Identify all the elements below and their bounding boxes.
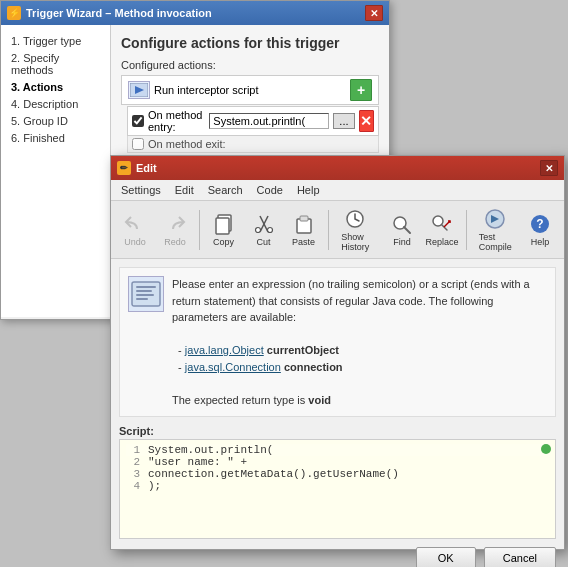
line-content-3: connection.getMetaData().getUserName()	[148, 468, 399, 480]
script-line-2[interactable]: 2 "user name: " +	[126, 456, 549, 468]
run-interceptor-icon	[128, 81, 150, 99]
param2-rest: connection	[281, 361, 343, 373]
show-history-button[interactable]: Show History	[334, 204, 380, 255]
java-sql-connection-link[interactable]: java.sql.Connection	[185, 361, 281, 373]
script-editor[interactable]: 1 System.out.println( 2 "user name: " + …	[119, 439, 556, 539]
line-number-3: 3	[126, 468, 140, 480]
wizard-sidebar: 1. Trigger type 2. Specify methods 3. Ac…	[1, 25, 111, 317]
method-entry-dots-button[interactable]: ...	[333, 113, 354, 129]
add-action-button[interactable]: +	[350, 79, 372, 101]
find-label: Find	[393, 237, 411, 247]
script-status-dot	[541, 444, 551, 454]
help-label: Help	[531, 237, 550, 247]
paste-label: Paste	[292, 237, 315, 247]
sidebar-step-4[interactable]: 4. Description	[7, 96, 104, 112]
replace-icon	[428, 212, 456, 236]
line-content-2: "user name: " +	[148, 456, 247, 468]
replace-button[interactable]: Replace	[424, 209, 460, 250]
ok-button[interactable]: OK	[416, 547, 476, 567]
script-label: Script:	[119, 425, 556, 437]
find-icon	[388, 212, 416, 236]
return-info: The expected return type is	[172, 394, 308, 406]
menu-code[interactable]: Code	[251, 182, 289, 198]
editor-info-text: Please enter an expression (no trailing …	[172, 276, 547, 408]
line-number-1: 1	[126, 444, 140, 456]
method-exit-row: On method exit:	[127, 136, 379, 153]
wizard-heading: Configure actions for this trigger	[121, 35, 379, 51]
copy-label: Copy	[213, 237, 234, 247]
menu-settings[interactable]: Settings	[115, 182, 167, 198]
toolbar-separator-1	[199, 210, 200, 250]
find-button[interactable]: Find	[384, 209, 420, 250]
svg-rect-18	[136, 298, 148, 300]
toolbar-separator-3	[466, 210, 467, 250]
sidebar-step-5[interactable]: 5. Group ID	[7, 113, 104, 129]
edit-toolbar: Undo Redo Copy	[111, 201, 564, 259]
param1-rest: currentObject	[264, 344, 339, 356]
action-row: Run interceptor script +	[121, 75, 379, 105]
svg-point-4	[255, 228, 260, 233]
method-entry-row: On method entry: ... ✕	[127, 106, 379, 136]
cut-button[interactable]: Cut	[246, 209, 282, 250]
menu-help[interactable]: Help	[291, 182, 326, 198]
line-number-4: 4	[126, 480, 140, 492]
edit-dialog-close-button[interactable]: ✕	[540, 160, 558, 176]
on-method-exit-label: On method exit:	[148, 138, 226, 150]
replace-label: Replace	[426, 237, 459, 247]
edit-dialog-title: Edit	[136, 162, 157, 174]
line-content-1: System.out.println(	[148, 444, 273, 456]
svg-rect-16	[136, 290, 152, 292]
on-method-entry-label: On method entry:	[148, 109, 205, 133]
remove-action-button[interactable]: ✕	[359, 110, 374, 132]
sidebar-step-2[interactable]: 2. Specify methods	[7, 50, 104, 78]
script-line-1[interactable]: 1 System.out.println(	[126, 444, 549, 456]
paste-button[interactable]: Paste	[286, 209, 322, 250]
menu-edit[interactable]: Edit	[169, 182, 200, 198]
toolbar-separator-2	[328, 210, 329, 250]
trigger-wizard-titlebar: ⚡ Trigger Wizard – Method invocation ✕	[1, 1, 389, 25]
svg-rect-17	[136, 294, 154, 296]
sidebar-step-1[interactable]: 1. Trigger type	[7, 33, 104, 49]
redo-button[interactable]: Redo	[157, 209, 193, 250]
help-icon: ?	[526, 212, 554, 236]
edit-dialog: ✏ Edit ✕ Settings Edit Search Code Help …	[110, 155, 565, 550]
info-part1: Please enter an expression (no trailing …	[172, 278, 530, 323]
cut-icon	[250, 212, 278, 236]
on-method-exit-checkbox[interactable]	[132, 138, 144, 150]
cancel-button[interactable]: Cancel	[484, 547, 556, 567]
test-compile-button[interactable]: Test Compile	[473, 204, 518, 255]
edit-dialog-titlebar: ✏ Edit ✕	[111, 156, 564, 180]
sidebar-step-6[interactable]: 6. Finished	[7, 130, 104, 146]
script-line-4[interactable]: 4 );	[126, 480, 549, 492]
script-line-3[interactable]: 3 connection.getMetaData().getUserName()	[126, 468, 549, 480]
svg-point-5	[267, 228, 272, 233]
test-compile-icon	[481, 207, 509, 231]
trigger-wizard-close-button[interactable]: ✕	[365, 5, 383, 21]
trigger-wizard-title: Trigger Wizard – Method invocation	[26, 7, 212, 19]
action-name: Run interceptor script	[154, 84, 346, 96]
svg-rect-15	[136, 286, 156, 288]
trigger-wizard-icon: ⚡	[7, 6, 21, 20]
sidebar-step-3[interactable]: 3. Actions	[7, 79, 104, 95]
show-history-icon	[343, 207, 371, 231]
line-content-4: );	[148, 480, 161, 492]
help-button[interactable]: ? Help	[522, 209, 558, 250]
menu-search[interactable]: Search	[202, 182, 249, 198]
redo-label: Redo	[164, 237, 186, 247]
method-entry-input[interactable]	[209, 113, 329, 129]
cut-label: Cut	[257, 237, 271, 247]
editor-info-icon	[128, 276, 164, 312]
undo-button[interactable]: Undo	[117, 209, 153, 250]
redo-icon	[161, 212, 189, 236]
svg-rect-7	[300, 216, 308, 221]
copy-button[interactable]: Copy	[206, 209, 242, 250]
svg-text:?: ?	[536, 217, 543, 231]
paste-icon	[290, 212, 318, 236]
test-compile-label: Test Compile	[479, 232, 512, 252]
svg-rect-3	[216, 218, 229, 234]
edit-dialog-buttons: OK Cancel	[111, 539, 564, 567]
edit-dialog-icon: ✏	[117, 161, 131, 175]
java-lang-object-link[interactable]: java.lang.Object	[185, 344, 264, 356]
undo-label: Undo	[124, 237, 146, 247]
on-method-entry-checkbox[interactable]	[132, 115, 144, 127]
